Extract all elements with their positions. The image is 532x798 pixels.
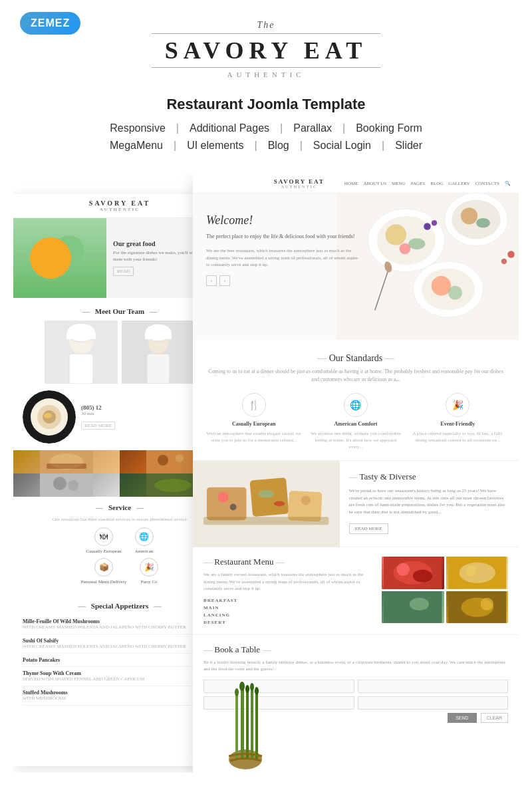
service-title: Service xyxy=(23,503,217,511)
svg-rect-7 xyxy=(147,354,170,384)
welcome-title: Welcome! xyxy=(206,213,359,227)
appetizer-title: Special Appetizers xyxy=(23,602,217,610)
appetizer-desc-2: WITH CREAMY MASHED POLENTA AND JALAPEÑO … xyxy=(23,644,217,650)
sep-7: | xyxy=(379,140,387,152)
svg-point-68 xyxy=(480,598,493,610)
svg-rect-70 xyxy=(241,686,244,759)
brand-logo: The SAVORY EAT AUTHENTIC xyxy=(152,13,380,85)
appetizer-desc-5: WITH MUSHROOMS xyxy=(23,696,217,702)
feature-responsive: Responsive xyxy=(102,122,174,134)
tasty-title: Tasty & Diverse xyxy=(349,471,510,482)
feature-blog: Blog xyxy=(260,140,297,152)
chef-photo-1 xyxy=(45,321,118,384)
sandwich-3 xyxy=(13,473,120,497)
feature-booking: Booking Form xyxy=(348,122,430,134)
left-logo: SAVORY EAT AUTHENTIC xyxy=(89,200,150,212)
read-more-btn[interactable]: READ xyxy=(113,267,134,276)
feature-parallax: Parallax xyxy=(285,122,340,134)
template-title: Restaurant Joomla Template xyxy=(166,96,365,113)
prev-btn[interactable]: ‹ xyxy=(206,275,217,286)
appetizer-item-5: Stuffed Mushrooms WITH MUSHROOMS xyxy=(23,686,217,706)
menu-title: Restaurant Menu xyxy=(203,557,375,567)
svg-point-53 xyxy=(230,504,237,511)
svg-rect-17 xyxy=(47,464,86,469)
date-input[interactable] xyxy=(358,696,509,710)
cat-main[interactable]: MAIN xyxy=(203,605,375,610)
cat-desert[interactable]: DESERT xyxy=(203,620,375,625)
features-row-1: Responsive | Additional Pages | Parallax… xyxy=(102,122,430,134)
feature-megamenu: MegaMenu xyxy=(102,140,171,152)
delivery-icon: 📦 xyxy=(94,558,113,577)
cat-lancing[interactable]: LANCING xyxy=(203,612,375,618)
nav-home[interactable]: HOME xyxy=(344,181,358,186)
svg-point-79 xyxy=(255,687,259,695)
zemez-logo[interactable]: ZEMEZ xyxy=(20,12,80,35)
nav-blog[interactable]: BLOG xyxy=(430,181,443,186)
feature-additional-pages: Additional Pages xyxy=(182,122,277,134)
svg-point-20 xyxy=(68,480,78,491)
logo-the: The xyxy=(152,20,380,31)
party-icon: 🎉 xyxy=(140,558,158,577)
svg-point-42 xyxy=(424,223,431,230)
standard-american: 🌐 American Comfort We promise one thing:… xyxy=(308,393,403,450)
delivery-label: Personal Menu Delivery xyxy=(81,579,126,585)
european-standards-icon: 🍴 xyxy=(242,393,266,417)
svg-point-39 xyxy=(448,286,462,300)
right-hero-content: Welcome! The perfect place to enjoy the … xyxy=(193,194,372,340)
right-logo: SAVORY EAT AUTHENTIC xyxy=(274,178,325,189)
tasty-section: Tasty & Diverse We're proud to have our … xyxy=(193,461,519,547)
menu-section: Restaurant Menu We are a family owned re… xyxy=(193,547,519,635)
food-read-more[interactable]: READ MORE xyxy=(81,422,115,430)
welcome-subtitle: The perfect place to enjoy the life & de… xyxy=(206,233,359,241)
next-btn[interactable]: › xyxy=(219,275,230,286)
feature-slider: Slider xyxy=(387,140,430,152)
standards-grid: 🍴 Casually European With an atmosphere t… xyxy=(206,393,505,450)
cat-breakfast[interactable]: BREAKFAST xyxy=(203,598,375,603)
nav-contacts[interactable]: CONTACTS xyxy=(475,181,499,186)
nav-pages[interactable]: PAGES xyxy=(411,181,426,186)
american-standards-label: American Comfort xyxy=(334,421,377,427)
svg-point-78 xyxy=(235,688,239,696)
hero-nav-dots: ‹ › xyxy=(206,275,359,286)
nav-gallery[interactable]: GALLERY xyxy=(448,181,469,186)
chef-photo-2 xyxy=(122,321,195,384)
svg-point-35 xyxy=(476,218,490,228)
tasty-read-more[interactable]: READ MORE xyxy=(349,523,388,534)
svg-point-22 xyxy=(158,455,168,466)
svg-point-65 xyxy=(410,598,429,610)
service-icon-delivery: 📦 Personal Menu Delivery xyxy=(81,558,126,585)
search-icon[interactable]: 🔍 xyxy=(505,181,511,186)
european-label: Casually European xyxy=(86,549,121,554)
phone-input[interactable] xyxy=(358,680,509,693)
nav-menu[interactable]: MENU xyxy=(392,181,406,186)
svg-rect-21 xyxy=(146,450,200,473)
svg-point-62 xyxy=(466,566,476,577)
standards-section: Our Standards Coming to us to eat at a d… xyxy=(193,340,519,461)
appetizer-item-4: Thyme Soup With Cream SERVED WITH SHAVED… xyxy=(23,667,217,686)
send-button[interactable]: SEND xyxy=(448,713,476,723)
feature-ui: UI elements xyxy=(179,140,251,152)
clear-button[interactable]: CLEAR xyxy=(481,713,508,723)
pasta-circle-img xyxy=(23,390,76,444)
appetizer-name-4: Thyme Soup With Cream xyxy=(23,670,217,676)
nav-about[interactable]: ABOUT US xyxy=(363,181,386,186)
american-standards-text: We promise one thing: to make you comfor… xyxy=(308,431,403,450)
svg-point-50 xyxy=(218,492,229,503)
sep-6: | xyxy=(297,140,305,152)
svg-rect-72 xyxy=(251,688,253,759)
appetizer-name-1: Mille-Feuille Of Wild Mushrooms xyxy=(23,618,217,624)
svg-point-44 xyxy=(507,251,515,258)
asparagus-overlay xyxy=(215,680,275,773)
svg-point-38 xyxy=(432,276,451,295)
svg-rect-4 xyxy=(66,332,96,339)
service-icon-european: 🍽 Casually European xyxy=(86,527,121,554)
sep-4: | xyxy=(171,140,179,152)
standards-title: Our Standards xyxy=(206,353,505,364)
meet-team-title: Meet Our Team xyxy=(23,307,217,315)
menu-photo-4 xyxy=(446,591,509,624)
features-row-2: MegaMenu | UI elements | Blog | Social L… xyxy=(102,140,430,152)
american-label: American xyxy=(135,549,154,554)
event-standards-text: A place catered especially to you. At la… xyxy=(410,431,505,444)
tasty-body: We're proud to have our restaurant's his… xyxy=(349,487,510,515)
svg-point-14 xyxy=(44,413,52,418)
